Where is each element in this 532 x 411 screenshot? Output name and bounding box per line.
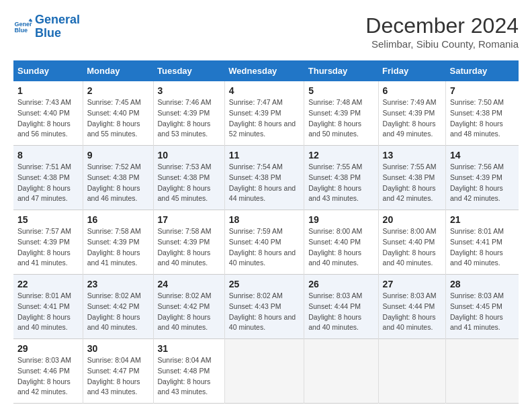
calendar-body: 1Sunrise: 7:43 AMSunset: 4:40 PMDaylight…: [13, 81, 519, 404]
table-row: 22Sunrise: 8:01 AMSunset: 4:41 PMDayligh…: [13, 275, 83, 339]
day-number: 18: [229, 214, 300, 225]
header-thursday: Thursday: [304, 60, 378, 81]
day-info: Sunrise: 8:03 AMSunset: 4:45 PMDaylight:…: [450, 291, 515, 333]
calendar-table: Sunday Monday Tuesday Wednesday Thursday…: [13, 60, 519, 404]
title-area: December 2024 Selimbar, Sibiu County, Ro…: [365, 13, 519, 50]
day-info: Sunrise: 7:45 AMSunset: 4:40 PMDaylight:…: [87, 97, 149, 140]
table-row: 28Sunrise: 8:03 AMSunset: 4:45 PMDayligh…: [446, 275, 519, 339]
day-number: 17: [158, 214, 220, 225]
table-row: 10Sunrise: 7:53 AMSunset: 4:38 PMDayligh…: [153, 146, 224, 210]
day-number: 9: [87, 150, 149, 161]
table-row: 20Sunrise: 8:00 AMSunset: 4:40 PMDayligh…: [378, 210, 445, 275]
day-info: Sunrise: 7:46 AMSunset: 4:39 PMDaylight:…: [158, 97, 220, 140]
day-number: 16: [87, 214, 149, 225]
day-info: Sunrise: 8:02 AMSunset: 4:43 PMDaylight:…: [229, 291, 300, 333]
day-info: Sunrise: 7:43 AMSunset: 4:40 PMDaylight:…: [17, 97, 79, 140]
svg-text:Blue: Blue: [14, 27, 28, 34]
header-row: Sunday Monday Tuesday Wednesday Thursday…: [13, 60, 519, 81]
table-row: 26Sunrise: 8:03 AMSunset: 4:44 PMDayligh…: [304, 275, 378, 339]
header-tuesday: Tuesday: [153, 60, 224, 81]
day-info: Sunrise: 7:59 AMSunset: 4:40 PMDaylight:…: [229, 226, 300, 269]
day-number: 5: [308, 85, 373, 96]
day-number: 27: [383, 279, 441, 289]
svg-text:General: General: [14, 20, 32, 27]
calendar-row: 8Sunrise: 7:51 AMSunset: 4:38 PMDaylight…: [13, 146, 519, 210]
day-number: 11: [229, 150, 300, 161]
day-info: Sunrise: 7:55 AMSunset: 4:38 PMDaylight:…: [383, 162, 441, 204]
day-number: 25: [229, 279, 300, 289]
page-header: General Blue General Blue December 2024 …: [13, 13, 519, 50]
day-number: 31: [158, 343, 220, 354]
day-info: Sunrise: 8:04 AMSunset: 4:48 PMDaylight:…: [158, 355, 220, 398]
day-info: Sunrise: 8:01 AMSunset: 4:41 PMDaylight:…: [450, 226, 515, 269]
day-info: Sunrise: 7:48 AMSunset: 4:39 PMDaylight:…: [308, 97, 373, 140]
day-number: 23: [87, 279, 149, 289]
table-row: 17Sunrise: 7:58 AMSunset: 4:39 PMDayligh…: [153, 210, 224, 275]
day-number: 13: [383, 150, 441, 161]
table-row: 6Sunrise: 7:49 AMSunset: 4:39 PMDaylight…: [378, 81, 445, 146]
table-row: 23Sunrise: 8:02 AMSunset: 4:42 PMDayligh…: [83, 275, 153, 339]
day-number: 2: [87, 85, 149, 96]
day-info: Sunrise: 8:02 AMSunset: 4:42 PMDaylight:…: [158, 291, 220, 333]
logo: General Blue General Blue: [13, 13, 80, 40]
table-row: [224, 339, 304, 404]
table-row: 16Sunrise: 7:58 AMSunset: 4:39 PMDayligh…: [83, 210, 153, 275]
header-saturday: Saturday: [446, 60, 519, 81]
logo-icon: General Blue: [13, 17, 32, 36]
day-info: Sunrise: 7:57 AMSunset: 4:39 PMDaylight:…: [17, 226, 79, 269]
calendar-header: Sunday Monday Tuesday Wednesday Thursday…: [13, 60, 519, 81]
header-friday: Friday: [378, 60, 445, 81]
day-info: Sunrise: 7:58 AMSunset: 4:39 PMDaylight:…: [87, 226, 149, 269]
header-monday: Monday: [83, 60, 153, 81]
day-info: Sunrise: 7:53 AMSunset: 4:38 PMDaylight:…: [158, 162, 220, 204]
table-row: 30Sunrise: 8:04 AMSunset: 4:47 PMDayligh…: [83, 339, 153, 404]
table-row: 29Sunrise: 8:03 AMSunset: 4:46 PMDayligh…: [13, 339, 83, 404]
table-row: 3Sunrise: 7:46 AMSunset: 4:39 PMDaylight…: [153, 81, 224, 146]
day-info: Sunrise: 8:02 AMSunset: 4:42 PMDaylight:…: [87, 291, 149, 333]
calendar-row: 15Sunrise: 7:57 AMSunset: 4:39 PMDayligh…: [13, 210, 519, 275]
table-row: 25Sunrise: 8:02 AMSunset: 4:43 PMDayligh…: [224, 275, 304, 339]
day-number: 19: [308, 214, 373, 225]
day-number: 6: [383, 85, 441, 96]
day-number: 10: [158, 150, 220, 161]
table-row: 18Sunrise: 7:59 AMSunset: 4:40 PMDayligh…: [224, 210, 304, 275]
day-number: 20: [383, 214, 441, 225]
table-row: 1Sunrise: 7:43 AMSunset: 4:40 PMDaylight…: [13, 81, 83, 146]
day-info: Sunrise: 8:00 AMSunset: 4:40 PMDaylight:…: [308, 226, 373, 269]
day-info: Sunrise: 8:00 AMSunset: 4:40 PMDaylight:…: [383, 226, 441, 269]
day-info: Sunrise: 8:04 AMSunset: 4:47 PMDaylight:…: [87, 355, 149, 398]
day-number: 30: [87, 343, 149, 354]
day-number: 21: [450, 214, 515, 225]
day-number: 26: [308, 279, 373, 289]
day-info: Sunrise: 7:58 AMSunset: 4:39 PMDaylight:…: [158, 226, 220, 269]
calendar-row: 29Sunrise: 8:03 AMSunset: 4:46 PMDayligh…: [13, 339, 519, 404]
day-number: 12: [308, 150, 373, 161]
day-number: 28: [450, 279, 515, 289]
header-wednesday: Wednesday: [224, 60, 304, 81]
table-row: 2Sunrise: 7:45 AMSunset: 4:40 PMDaylight…: [83, 81, 153, 146]
day-info: Sunrise: 7:47 AMSunset: 4:39 PMDaylight:…: [229, 97, 300, 140]
calendar-subtitle: Selimbar, Sibiu County, Romania: [365, 38, 519, 50]
table-row: 31Sunrise: 8:04 AMSunset: 4:48 PMDayligh…: [153, 339, 224, 404]
day-info: Sunrise: 7:56 AMSunset: 4:39 PMDaylight:…: [450, 162, 515, 204]
table-row: 15Sunrise: 7:57 AMSunset: 4:39 PMDayligh…: [13, 210, 83, 275]
day-number: 3: [158, 85, 220, 96]
table-row: 7Sunrise: 7:50 AMSunset: 4:38 PMDaylight…: [446, 81, 519, 146]
table-row: 8Sunrise: 7:51 AMSunset: 4:38 PMDaylight…: [13, 146, 83, 210]
day-number: 14: [450, 150, 515, 161]
day-info: Sunrise: 7:49 AMSunset: 4:39 PMDaylight:…: [383, 97, 441, 140]
day-number: 1: [17, 85, 79, 96]
calendar-title: December 2024: [365, 13, 519, 38]
day-number: 29: [17, 343, 79, 354]
day-info: Sunrise: 8:03 AMSunset: 4:46 PMDaylight:…: [17, 355, 79, 398]
logo-text: General Blue: [35, 13, 80, 40]
day-info: Sunrise: 7:55 AMSunset: 4:38 PMDaylight:…: [308, 162, 373, 204]
day-info: Sunrise: 8:01 AMSunset: 4:41 PMDaylight:…: [17, 291, 79, 333]
day-number: 22: [17, 279, 79, 289]
table-row: [378, 339, 445, 404]
day-info: Sunrise: 7:54 AMSunset: 4:38 PMDaylight:…: [229, 162, 300, 204]
day-number: 15: [17, 214, 79, 225]
table-row: 5Sunrise: 7:48 AMSunset: 4:39 PMDaylight…: [304, 81, 378, 146]
day-info: Sunrise: 7:50 AMSunset: 4:38 PMDaylight:…: [450, 97, 515, 140]
table-row: 9Sunrise: 7:52 AMSunset: 4:38 PMDaylight…: [83, 146, 153, 210]
